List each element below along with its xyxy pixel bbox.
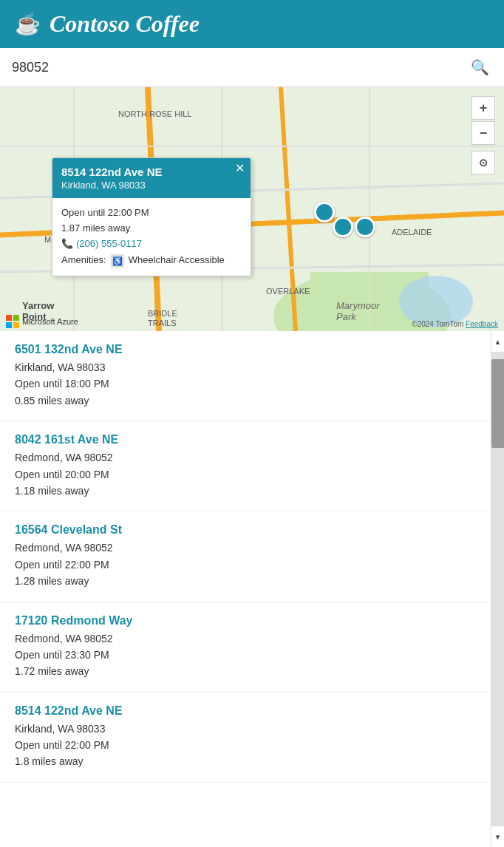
popup-hours: Open until 22:00 PM <box>61 205 242 221</box>
result-city-4: Kirkland, WA 98033 <box>15 721 476 737</box>
popup-close-button[interactable]: ✕ <box>235 163 245 174</box>
result-city-2: Redmond, WA 98052 <box>15 540 476 556</box>
scroll-thumb[interactable] <box>491 359 505 448</box>
app-header: ☕ Contoso Coffee <box>0 0 504 48</box>
zoom-in-button[interactable]: + <box>471 96 495 120</box>
map-pin-2[interactable] <box>333 217 353 237</box>
svg-text:Marymoor: Marymoor <box>336 300 380 311</box>
amenity-label: Wheelchair Accessible <box>129 253 225 268</box>
svg-text:ADELAIDE: ADELAIDE <box>392 228 432 237</box>
search-input[interactable] <box>12 60 468 75</box>
result-address-1[interactable]: 8042 161st Ave NE <box>15 433 476 446</box>
result-address-3[interactable]: 17120 Redmond Way <box>15 614 476 627</box>
map-container[interactable]: MARKET NORTH ROSE HILL OVERLAKE ADELAIDE… <box>0 87 504 331</box>
popup-amenities: Amenities: ♿ Wheelchair Accessible <box>61 253 242 268</box>
popup-distance: 1.87 miles away <box>61 221 242 237</box>
svg-text:TRAILS: TRAILS <box>148 319 177 327</box>
azure-badge: Microsoft Azure <box>6 315 78 328</box>
svg-text:Yarrow: Yarrow <box>22 300 55 311</box>
svg-text:NORTH ROSE HILL: NORTH ROSE HILL <box>118 109 191 118</box>
popup-body: Open until 22:00 PM 1.87 miles away 📞 (2… <box>52 198 251 276</box>
result-hours-2: Open until 22:00 PM <box>15 557 476 573</box>
result-hours-0: Open until 18:00 PM <box>15 375 476 392</box>
microsoft-logo <box>6 315 19 328</box>
scroll-down-button[interactable]: ▼ <box>491 826 505 847</box>
result-item: 8042 161st Ave NE Redmond, WA 98052 Open… <box>0 421 491 511</box>
result-city-1: Redmond, WA 98052 <box>15 449 476 466</box>
amenities-label: Amenities: <box>61 253 106 268</box>
result-city-3: Redmond, WA 98052 <box>15 630 476 647</box>
scroll-up-button[interactable]: ▲ <box>491 331 505 352</box>
result-distance-3: 1.72 miles away <box>15 663 476 679</box>
location-button[interactable]: ⊙ <box>471 151 495 174</box>
map-controls: + − ⊙ <box>471 96 495 174</box>
scroll-track[interactable] <box>491 352 505 826</box>
zoom-out-button[interactable]: − <box>471 121 495 145</box>
result-address-4[interactable]: 8514 122nd Ave NE <box>15 704 476 718</box>
result-address-0[interactable]: 6501 132nd Ave NE <box>15 343 476 356</box>
feedback-link[interactable]: Feedback <box>466 320 498 328</box>
map-pin-1[interactable] <box>314 202 335 222</box>
result-distance-1: 1.18 miles away <box>15 483 476 499</box>
search-button[interactable]: 🔍 <box>468 55 492 79</box>
result-distance-4: 1.8 miles away <box>15 753 476 769</box>
svg-text:BRIDLE: BRIDLE <box>148 309 177 318</box>
popup-phone[interactable]: (206) 555-0117 <box>76 237 142 252</box>
popup-city: Kirkland, WA 98033 <box>61 180 242 191</box>
map-popup: 8514 122nd Ave NE Kirkland, WA 98033 ✕ O… <box>52 157 251 276</box>
result-distance-0: 0.85 miles away <box>15 392 476 409</box>
svg-text:OVERLAKE: OVERLAKE <box>266 287 310 296</box>
phone-icon: 📞 <box>61 237 73 252</box>
coffee-icon: ☕ <box>15 12 41 36</box>
wheelchair-icon: ♿ <box>111 254 124 268</box>
result-hours-3: Open until 23:30 PM <box>15 647 476 663</box>
result-address-2[interactable]: 16564 Cleveland St <box>15 523 476 537</box>
scrollbar: ▲ ▼ <box>491 331 504 847</box>
popup-address: 8514 122nd Ave NE <box>61 166 242 178</box>
search-bar: 🔍 <box>0 48 504 87</box>
svg-text:Park: Park <box>336 311 357 322</box>
result-distance-2: 1.28 miles away <box>15 573 476 589</box>
map-pin-3[interactable] <box>355 217 375 237</box>
results-wrapper: 6501 132nd Ave NE Kirkland, WA 98033 Ope… <box>0 331 504 847</box>
result-city-0: Kirkland, WA 98033 <box>15 359 476 375</box>
result-item: 8514 122nd Ave NE Kirkland, WA 98033 Ope… <box>0 693 491 783</box>
azure-label: Microsoft Azure <box>22 317 78 326</box>
result-item: 16564 Cleveland St Redmond, WA 98052 Ope… <box>0 511 491 602</box>
result-item: 17120 Redmond Way Redmond, WA 98052 Open… <box>0 602 491 693</box>
app-title: Contoso Coffee <box>50 10 200 38</box>
popup-header: 8514 122nd Ave NE Kirkland, WA 98033 ✕ <box>52 158 251 198</box>
results-list: 6501 132nd Ave NE Kirkland, WA 98033 Ope… <box>0 331 491 847</box>
map-attribution: ©2024 TomTom Feedback <box>412 320 498 328</box>
result-hours-1: Open until 20:00 PM <box>15 466 476 483</box>
result-hours-4: Open until 22:00 PM <box>15 737 476 753</box>
result-item: 6501 132nd Ave NE Kirkland, WA 98033 Ope… <box>0 331 491 421</box>
